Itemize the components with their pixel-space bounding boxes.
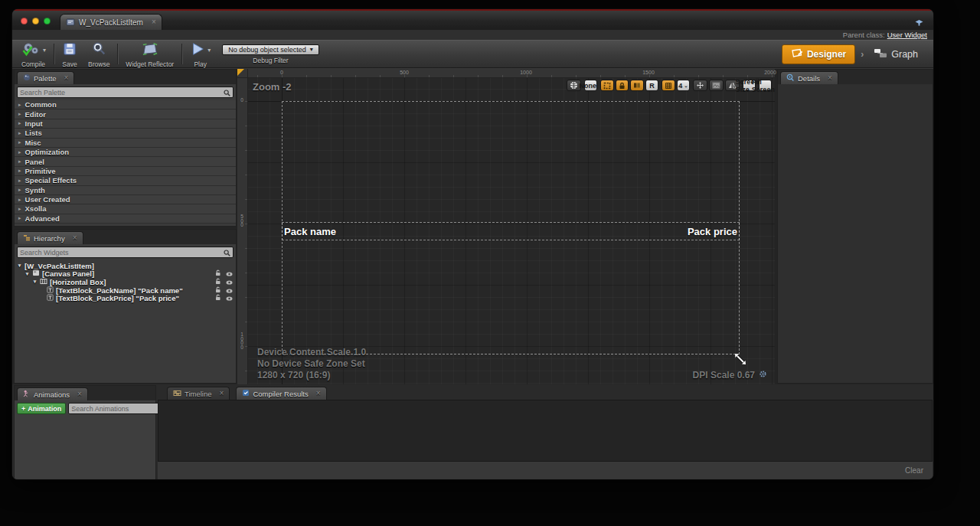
play-button[interactable]: ▾ Play (185, 41, 216, 67)
save-button[interactable]: Save (57, 41, 83, 67)
horizontal-box-widget[interactable]: Pack name Pack price (282, 222, 740, 240)
palette-category-synth[interactable]: ▸Synth (15, 186, 236, 195)
hierarchy-search-input[interactable] (20, 249, 224, 256)
tab-palette[interactable]: Palette × (17, 71, 74, 84)
close-icon[interactable]: × (220, 390, 224, 397)
graph-icon (874, 48, 887, 60)
resize-handle[interactable] (732, 351, 749, 371)
close-tab-icon[interactable]: × (152, 18, 156, 26)
tab-hierarchy[interactable]: Hierarchy × (17, 231, 83, 244)
widget-reflector-button[interactable]: Widget Reflector (120, 41, 179, 67)
expander-icon[interactable]: ▸ (18, 168, 21, 174)
palette-category-common[interactable]: ▸Common (15, 100, 236, 109)
tab-timeline[interactable]: Timeline × (167, 387, 230, 400)
zoom-window-button[interactable] (44, 18, 51, 25)
lock-widgets-toggle[interactable] (616, 80, 629, 91)
play-options-caret-icon[interactable]: ▾ (207, 47, 211, 54)
design-canvas[interactable]: Pack name Pack price Zoom -2 None⌄ R (248, 78, 775, 384)
expander-icon[interactable]: ▸ (18, 102, 21, 108)
snap-layout-toggle[interactable] (630, 80, 644, 91)
expander-icon[interactable]: ▸ (18, 139, 21, 145)
show-outlines-toggle[interactable] (600, 80, 614, 91)
tree-row-textblock-packprice[interactable]: [TextBlock_PackPrice] "Pack price" (15, 294, 236, 302)
lock-open-icon[interactable] (215, 286, 221, 295)
respect-locks-toggle[interactable]: R (645, 80, 658, 91)
expander-icon[interactable]: ▸ (18, 215, 21, 221)
close-icon[interactable]: × (828, 74, 832, 82)
palette-category-optimization[interactable]: ▸Optimization (15, 148, 236, 157)
close-icon[interactable]: × (77, 390, 82, 398)
palette-category-user-created[interactable]: ▸User Created (15, 195, 236, 204)
visibility-eye-icon[interactable] (226, 286, 233, 295)
add-animation-button[interactable]: + Animation (17, 403, 66, 414)
close-icon[interactable]: × (73, 234, 77, 242)
grid-snap-toggle[interactable] (662, 80, 675, 91)
palette-search-input[interactable] (20, 89, 224, 96)
tree-row-root[interactable]: ▾ [W_VcPackListItem] (15, 262, 236, 270)
expander-icon[interactable]: ▸ (18, 187, 21, 193)
expander-icon[interactable]: ▸ (18, 197, 21, 203)
palette-category-primitive[interactable]: ▸Primitive (15, 167, 236, 176)
palette-category-panel[interactable]: ▸Panel (15, 157, 236, 166)
expander-icon[interactable]: ▸ (18, 206, 21, 212)
visibility-eye-icon[interactable] (226, 278, 233, 286)
dpi-settings-gear-icon[interactable] (759, 370, 767, 381)
close-icon[interactable]: × (64, 74, 69, 82)
browse-button[interactable]: Browse (83, 41, 115, 67)
lock-open-icon[interactable] (215, 294, 221, 302)
preview-background-button[interactable] (709, 80, 724, 91)
grid-size-dropdown[interactable]: 4⌄ (677, 80, 690, 91)
debug-filter-label: Debug Filter (253, 57, 288, 64)
tree-row-canvas-panel[interactable]: ▾ [Canvas Panel] (15, 270, 236, 279)
debug-object-dropdown[interactable]: No debug object selected ▾ (222, 44, 319, 55)
expander-icon[interactable]: ▸ (18, 130, 21, 136)
expander-icon[interactable]: ▸ (18, 120, 21, 126)
pack-name-textblock[interactable]: Pack name (284, 226, 336, 237)
expander-icon[interactable]: ▸ (18, 178, 21, 184)
tab-animations[interactable]: Animations × (17, 387, 88, 400)
main-toolbar: ▾ Compile Save Browse Widget Reflector (12, 40, 933, 68)
ruler-tick-label: 0 (280, 70, 283, 75)
zoom-to-fit-button[interactable] (693, 80, 707, 91)
lock-open-icon[interactable] (215, 278, 221, 286)
play-icon (190, 41, 205, 60)
close-icon[interactable]: × (316, 390, 321, 397)
preview-culture-dropdown[interactable]: None⌄ (584, 80, 597, 91)
textblock-icon (47, 294, 54, 302)
palette-category-xsolla[interactable]: ▸Xsolla (15, 204, 236, 214)
visibility-eye-icon[interactable] (226, 270, 233, 278)
palette-category-lists[interactable]: ▸Lists (15, 129, 236, 138)
palette-category-advanced[interactable]: ▸Advanced (15, 214, 236, 224)
compile-options-caret-icon[interactable]: ▾ (43, 47, 46, 54)
graph-mode-button[interactable]: Graph (869, 45, 923, 64)
palette-category-misc[interactable]: ▸Misc (15, 139, 236, 148)
timeline-icon (173, 390, 181, 398)
close-window-button[interactable] (21, 18, 28, 25)
expander-icon[interactable]: ▸ (18, 158, 21, 165)
lock-open-icon[interactable] (215, 270, 221, 278)
palette-category-editor[interactable]: ▸Editor (15, 109, 236, 119)
clear-log-button[interactable]: Clear (905, 466, 923, 475)
tab-compiler-results[interactable]: Compiler Results × (236, 387, 326, 400)
expander-icon[interactable]: ▸ (18, 149, 21, 155)
compile-button[interactable]: ▾ Compile (15, 41, 51, 67)
palette-category-input[interactable]: ▸Input (15, 119, 236, 129)
tree-row-textblock-packname[interactable]: [TextBlock_PackName] "Pack name" (15, 286, 236, 295)
expander-icon[interactable]: ▾ (24, 271, 30, 277)
tree-row-horizontal-box[interactable]: ▾ [Horizontal Box] (15, 278, 236, 286)
compiler-results-log[interactable] (158, 400, 933, 462)
visibility-eye-icon[interactable] (226, 294, 233, 302)
tab-details[interactable]: Details × (780, 71, 838, 84)
expander-icon[interactable]: ▾ (32, 279, 38, 285)
parent-class-link[interactable]: User Widget (887, 31, 927, 39)
palette-category-special-effects[interactable]: ▸Special Effects (15, 176, 236, 185)
minimize-window-button[interactable] (32, 18, 39, 25)
designer-mode-button[interactable]: Designer (782, 44, 855, 64)
ruler-tick-label: 500 (240, 214, 244, 227)
expander-icon[interactable]: ▾ (17, 263, 22, 269)
expander-icon[interactable]: ▸ (18, 111, 21, 117)
fill-screen-dropdown[interactable]: Fill Screen▾ (759, 80, 772, 91)
pack-price-textblock[interactable]: Pack price (688, 226, 737, 237)
asset-tab[interactable]: W_VcPackListItem × (60, 14, 162, 30)
animations-search-input[interactable] (71, 405, 161, 413)
